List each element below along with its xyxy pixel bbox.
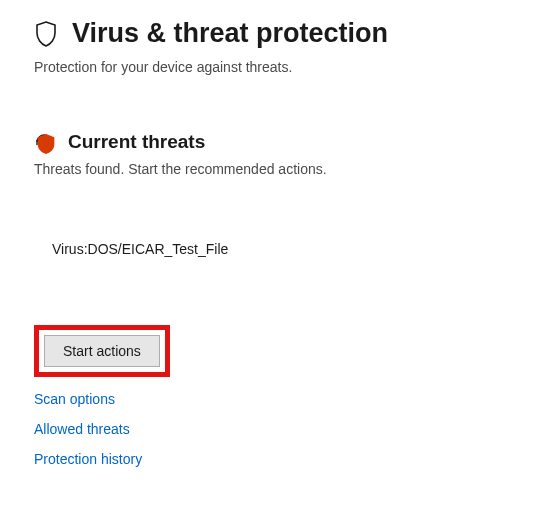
section-header: Current threats bbox=[34, 131, 526, 153]
shield-icon bbox=[34, 20, 58, 48]
page-subtitle: Protection for your device against threa… bbox=[34, 59, 526, 75]
scan-options-link[interactable]: Scan options bbox=[34, 391, 526, 407]
page-title: Virus & threat protection bbox=[72, 18, 388, 49]
current-threats-section: Current threats Threats found. Start the… bbox=[34, 131, 526, 467]
highlight-box: Start actions bbox=[34, 325, 170, 377]
protection-history-link[interactable]: Protection history bbox=[34, 451, 526, 467]
threat-name: Virus:DOS/EICAR_Test_File bbox=[52, 241, 228, 257]
history-icon bbox=[34, 132, 54, 152]
threat-item: Virus:DOS/EICAR_Test_File bbox=[52, 241, 526, 257]
page-header: Virus & threat protection bbox=[34, 18, 526, 49]
section-title: Current threats bbox=[68, 131, 205, 153]
actions-area: Start actions Scan options Allowed threa… bbox=[34, 325, 526, 467]
allowed-threats-link[interactable]: Allowed threats bbox=[34, 421, 526, 437]
start-actions-button[interactable]: Start actions bbox=[44, 335, 160, 367]
section-subtitle: Threats found. Start the recommended act… bbox=[34, 161, 526, 177]
links-list: Scan options Allowed threats Protection … bbox=[34, 391, 526, 467]
